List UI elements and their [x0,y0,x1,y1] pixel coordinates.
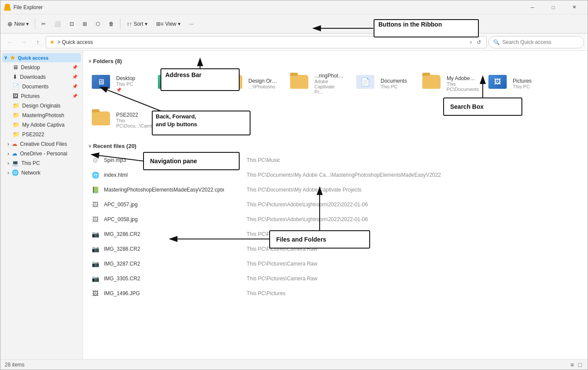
creative-cloud-icon: ☁ [12,141,17,147]
design-originals-label: Design Originals [22,103,60,109]
file-row-index-html[interactable]: 🌐 index.html This PC\Documents\My Adobe … [88,168,582,182]
img-3287-icon: 📷 [90,259,100,269]
file-row-img-3288[interactable]: 📷 IMG_3288.CR2 This PC\Pictures\Camera R… [88,242,582,256]
sort-button[interactable]: ↕↑ Sort ▾ [123,17,150,31]
apc-0058-icon: 🖼 [90,214,100,225]
documents-folder-name: Documents [381,78,410,84]
documents-nav-icon: 📄 [13,83,20,90]
img-3286-file-icon: 📷 [92,231,99,238]
search-icon: 🔍 [493,39,500,45]
mastering-photosh-label: MasteringPhotosh [22,112,64,118]
cut-button[interactable]: ✂ [38,17,49,31]
list-view-toggle[interactable]: ≡ [569,361,575,368]
recent-files-section-label: Recent files (20) [93,143,137,149]
pse2022-folder-info: PSE2022 This PC\Docu...\Camtasia [116,112,146,128]
creative-cloud-expand-icon: › [7,141,9,147]
nav-downloads[interactable]: ⬇ Downloads 📌 [2,72,81,81]
new-button[interactable]: ⊕ New ▾ [4,17,32,31]
more-button[interactable]: ··· [186,17,197,31]
quick-access-label: Quick access [18,55,48,61]
address-bar-chevron-icon: ∨ [469,40,472,44]
nav-this-pc[interactable]: › 💻 This PC [2,158,81,168]
refresh-icon[interactable]: ↺ [475,39,483,45]
nav-mastering-photosh[interactable]: 📁 MasteringPhotosh [2,111,81,120]
downloads-folder-card[interactable]: ⬇ Downloads This PC [154,68,215,99]
documents-folder-location: This PC [381,84,410,89]
grid-view-toggle[interactable]: □ [577,361,583,368]
minimize-button[interactable]: ─ [522,0,542,14]
mastering-photosh-icon: 📁 [13,112,20,118]
search-input[interactable] [502,39,579,45]
paste-button[interactable]: ⊡ [66,17,77,31]
pictures-folder-name: Pictures [513,78,542,84]
file-row-img-3305[interactable]: 📷 IMG_3305.CR2 This PC\Pictures\Camera R… [88,271,582,286]
pictures-folder-location: This PC [513,84,542,89]
pse2022-label: PSE2022 [22,131,44,138]
apc-0057-icon: 🖼 [90,199,100,210]
maximize-button[interactable]: □ [543,0,563,14]
file-row-spin-mp3[interactable]: ⊙ Spin.mp3 This PC\Music [88,153,582,168]
img-3288-file-icon: 📷 [92,246,99,252]
more-icon: ··· [189,21,194,27]
search-box[interactable]: 🔍 [488,36,584,48]
view-button[interactable]: ⊞≡ View ▾ [153,17,184,31]
onedrive-expand-icon: › [7,151,9,157]
back-button[interactable]: ← [4,36,16,48]
desktop-folder-pin-icon: 📌 [116,87,146,92]
pictures-pin-icon: 📌 [72,94,77,98]
share-button[interactable]: ⬡ [92,17,104,31]
mastering-folder-name: ...ringPhotoshopEle... [314,73,344,79]
up-button[interactable]: ↑ [32,36,44,48]
nav-design-originals[interactable]: 📁 Design Originals [2,101,81,110]
file-row-img-1496[interactable]: 🖼 IMG_1496.JPG This PC\Pictures [88,286,582,301]
folder-grid: 🖥 Desktop This PC 📌 ⬇ Downloads T [88,68,582,136]
design-originals-folder-card[interactable]: Design Origi... ...\\Photosho [220,68,281,99]
close-button[interactable]: ✕ [564,0,584,14]
nav-pse2022[interactable]: 📁 PSE2022 [2,130,81,139]
rename-button[interactable]: ⊞ [79,17,90,31]
pse2022-folder-card[interactable]: PSE2022 This PC\Docu...\Camtasia [88,104,149,136]
desktop-nav-icon: 🖥 [13,64,18,71]
ribbon-separator-1 [35,19,35,29]
file-row-mastering-cptx[interactable]: 📗 MasteringPhotoshopElementsMadeEasyV202… [88,182,582,197]
nav-pictures[interactable]: 🖼 Pictures 📌 [2,91,81,101]
desktop-folder-graphic: 🖥 [92,75,110,89]
nav-onedrive[interactable]: › ☁ OneDrive - Personal [2,149,81,158]
folders-section-title: ∨ Folders (8) [88,58,582,64]
design-originals-folder-info: Design Origi... ...\\Photosho [248,78,278,89]
downloads-folder-info: Downloads This PC [182,78,212,89]
file-row-img-3287[interactable]: 📷 IMG_3287.CR2 This PC\Pictures\Camera R… [88,256,582,271]
nav-creative-cloud[interactable]: › ☁ Creative Cloud Files [2,139,81,148]
spin-mp3-file-icon: ⊙ [93,157,98,164]
copy-button[interactable]: ⬜ [51,17,64,31]
forward-button[interactable]: → [18,36,30,48]
delete-button[interactable]: 🗑 [105,17,117,31]
my-adobe-captiva-label: My Adobe Captiva [22,122,64,128]
this-pc-label: This PC [21,160,40,166]
nav-documents[interactable]: 📄 Documents 📌 [2,82,81,91]
address-bar[interactable]: ★ > Quick access ∨ ↺ [46,36,487,48]
desktop-folder-card[interactable]: 🖥 Desktop This PC 📌 [88,68,149,99]
view-label: View ▾ [165,21,180,27]
pse2022-folder-location: This PC\Docu...\Camtasia [116,118,146,128]
onedrive-icon: ☁ [12,150,17,157]
file-row-apc-0058[interactable]: 🖼 APC_0058.jpg This PC\Pictures\Adobe\Li… [88,212,582,227]
nav-desktop[interactable]: 🖥 Desktop 📌 [2,63,81,72]
downloads-pin-icon: 📌 [72,74,77,79]
img-1496-file-icon: 🖼 [92,290,98,297]
mastering-cptx-name: MasteringPhotoshopElementsMadeEasyV2022.… [104,187,243,193]
file-row-img-3286[interactable]: 📷 IMG_3286.CR2 This PC\Pictures\Camera R… [88,227,582,242]
pictures-folder-card[interactable]: 🖼 Pictures This PC [485,68,546,99]
nav-quick-access[interactable]: ∨ ★ Quick access [2,53,81,62]
rename-icon: ⊞ [83,21,87,27]
documents-folder-card[interactable]: 📄 Documents This PC [353,68,414,99]
desktop-folder-info: Desktop This PC 📌 [116,75,146,92]
mastering-folder-card[interactable]: ...ringPhotoshopEle... Adobe Captivate P… [287,68,347,99]
img-3287-name: IMG_3287.CR2 [104,261,243,267]
nav-my-adobe-captiva[interactable]: 📁 My Adobe Captiva [2,120,81,129]
index-html-icon: 🌐 [90,170,100,180]
file-row-apc-0057[interactable]: 🖼 APC_0057.jpg This PC\Pictures\Adobe\Li… [88,197,582,212]
my-adobe-captivate-folder-card[interactable]: My Adobe Captivate Proj... This PC\Docum… [419,68,480,99]
nav-network[interactable]: › 🌐 Network [2,168,81,177]
pictures-folder-graphic: 🖼 [488,75,507,89]
